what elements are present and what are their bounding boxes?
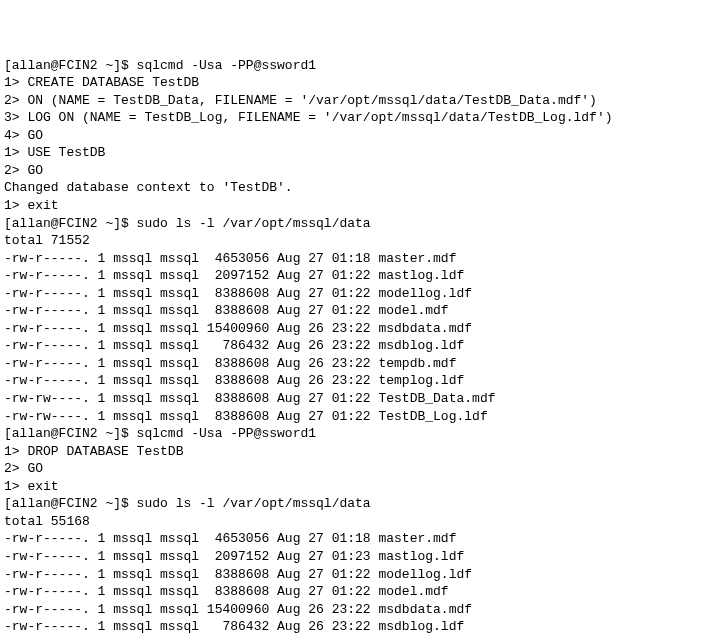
terminal-line: total 55168	[4, 513, 700, 531]
terminal-line: 1> DROP DATABASE TestDB	[4, 443, 700, 461]
terminal-line: 2> GO	[4, 460, 700, 478]
terminal-line: -rw-r-----. 1 mssql mssql 8388608 Aug 26…	[4, 355, 700, 373]
terminal-line: total 71552	[4, 232, 700, 250]
terminal-line: 2> GO	[4, 162, 700, 180]
terminal-line: [allan@FCIN2 ~]$ sqlcmd -Usa -PP@ssword1	[4, 57, 700, 75]
terminal-line: Changed database context to 'TestDB'.	[4, 179, 700, 197]
terminal-line: -rw-r-----. 1 mssql mssql 786432 Aug 26 …	[4, 618, 700, 636]
terminal-line: -rw-rw----. 1 mssql mssql 8388608 Aug 27…	[4, 408, 700, 426]
terminal-line: -rw-r-----. 1 mssql mssql 15400960 Aug 2…	[4, 601, 700, 619]
terminal-line: 1> CREATE DATABASE TestDB	[4, 74, 700, 92]
terminal-line: -rw-r-----. 1 mssql mssql 4653056 Aug 27…	[4, 250, 700, 268]
terminal-line: -rw-r-----. 1 mssql mssql 15400960 Aug 2…	[4, 320, 700, 338]
terminal-line: -rw-r-----. 1 mssql mssql 8388608 Aug 27…	[4, 583, 700, 601]
terminal-output: [allan@FCIN2 ~]$ sqlcmd -Usa -PP@ssword1…	[4, 57, 700, 637]
terminal-line: -rw-rw----. 1 mssql mssql 8388608 Aug 27…	[4, 390, 700, 408]
terminal-line: -rw-r-----. 1 mssql mssql 8388608 Aug 27…	[4, 302, 700, 320]
terminal-line: [allan@FCIN2 ~]$ sudo ls -l /var/opt/mss…	[4, 215, 700, 233]
terminal-line: -rw-r-----. 1 mssql mssql 786432 Aug 26 …	[4, 337, 700, 355]
terminal-line: 1> exit	[4, 478, 700, 496]
terminal-line: 4> GO	[4, 127, 700, 145]
terminal-line: 1> exit	[4, 197, 700, 215]
terminal-line: [allan@FCIN2 ~]$ sqlcmd -Usa -PP@ssword1	[4, 425, 700, 443]
terminal-line: [allan@FCIN2 ~]$ sudo ls -l /var/opt/mss…	[4, 495, 700, 513]
terminal-line: 2> ON (NAME = TestDB_Data, FILENAME = '/…	[4, 92, 700, 110]
terminal-line: 3> LOG ON (NAME = TestDB_Log, FILENAME =…	[4, 109, 700, 127]
terminal-line: 1> USE TestDB	[4, 144, 700, 162]
terminal-line: -rw-r-----. 1 mssql mssql 4653056 Aug 27…	[4, 530, 700, 548]
terminal-line: -rw-r-----. 1 mssql mssql 8388608 Aug 26…	[4, 372, 700, 390]
terminal-line: -rw-r-----. 1 mssql mssql 2097152 Aug 27…	[4, 267, 700, 285]
terminal-line: -rw-r-----. 1 mssql mssql 2097152 Aug 27…	[4, 548, 700, 566]
terminal-line: -rw-r-----. 1 mssql mssql 8388608 Aug 27…	[4, 285, 700, 303]
terminal-line: -rw-r-----. 1 mssql mssql 8388608 Aug 27…	[4, 566, 700, 584]
